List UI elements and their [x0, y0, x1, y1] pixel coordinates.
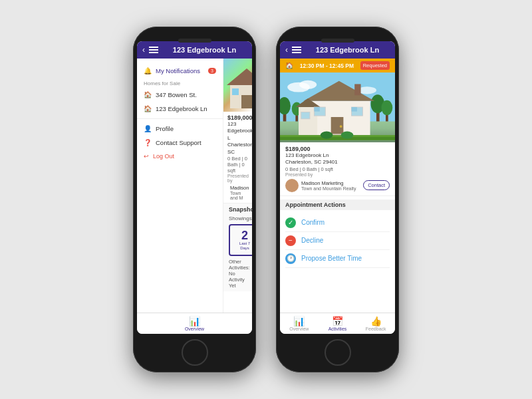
- svg-rect-2: [241, 95, 252, 108]
- showing-time: 12:30 PM - 12:45 PM: [300, 63, 354, 69]
- agent-company: Town and M: [230, 191, 249, 200]
- partial-address: 123 Edgebrook L Charleston, SC: [227, 121, 248, 156]
- sidebar-item-home1[interactable]: 🏠 347 Bowen St.: [137, 88, 223, 102]
- back-icon-2[interactable]: ‹: [285, 45, 288, 55]
- svg-rect-24: [352, 107, 357, 112]
- partial-house-image: [223, 59, 252, 112]
- phone-2-screen: ‹ 123 Edgebrook Ln 🏠 12:30 PM - 12:45 PM…: [280, 41, 395, 334]
- showing-type-icon: 🏠: [285, 62, 293, 69]
- sidebar: 🔔 My Notifications 3 Homes for Sale 🏠 34…: [137, 59, 223, 313]
- phone-1: ‹ 123 Edgebrook Ln 🔔 My Notifications 3 …: [133, 27, 256, 372]
- contact-button[interactable]: Contact: [363, 180, 390, 190]
- drawer-area: 🔔 My Notifications 3 Homes for Sale 🏠 34…: [137, 59, 252, 313]
- phone-1-bottom-nav: 📊 Overview: [137, 313, 252, 334]
- property-image: [280, 72, 395, 142]
- header-title-2: 123 Edgebrook Ln: [305, 46, 390, 54]
- svg-point-7: [299, 80, 317, 89]
- beds-info: 0 Bed | 0 Bath | 0 sqft: [285, 166, 390, 172]
- showing-banner: 🏠 12:30 PM - 12:45 PM Requested: [280, 59, 395, 72]
- partial-beds: 0 Bed | 0 Bath | 0 sqft: [227, 156, 248, 174]
- appointment-title: Appointment Actions: [280, 200, 395, 210]
- snapshot-title: Snapshot: [229, 206, 247, 213]
- bell-icon: 🔔: [144, 67, 152, 74]
- support-icon: ❓: [144, 139, 152, 146]
- confirm-label: Confirm: [301, 219, 325, 226]
- phone-2: ‹ 123 Edgebrook Ln 🏠 12:30 PM - 12:45 PM…: [276, 27, 399, 372]
- svg-point-32: [321, 132, 333, 139]
- price: $189,000: [285, 146, 390, 152]
- svg-rect-34: [354, 84, 360, 95]
- sidebar-item-support[interactable]: ❓ Contact Support: [137, 136, 223, 150]
- logout-icon: ↩: [144, 153, 149, 160]
- agent-row-2: Madison Marketing Town and Mountain Real…: [285, 179, 390, 192]
- activities-icon: 📅: [332, 316, 343, 327]
- feedback-icon: 👍: [370, 316, 382, 327]
- confirm-icon: ✓: [285, 217, 296, 228]
- menu-icon[interactable]: [149, 47, 158, 53]
- menu-icon-2[interactable]: [292, 47, 301, 53]
- agent-row: Madison Town and M: [227, 185, 248, 200]
- sidebar-item-notifications[interactable]: 🔔 My Notifications 3: [137, 64, 223, 78]
- nav-item-overview[interactable]: 📊 Overview: [137, 313, 252, 334]
- header-title: 123 Edgebrook Ln: [162, 46, 247, 54]
- nav-item-feedback[interactable]: 👍 Feedback: [356, 313, 395, 334]
- propose-label: Propose Better Time: [301, 255, 362, 262]
- overview-label: Overview: [185, 327, 204, 331]
- snapshot-section: Snapshot Showings: 2 Last 7Days Other Ac…: [223, 203, 252, 291]
- confirm-action[interactable]: ✓ Confirm: [285, 214, 390, 232]
- address: 123 Edgebrook Ln Charleston, SC 29401: [285, 152, 390, 166]
- sidebar-item-home2[interactable]: 🏠 123 Edgebrook Ln: [137, 102, 223, 116]
- home-icon-2: 🏠: [144, 105, 152, 112]
- svg-rect-29: [301, 112, 310, 119]
- sidebar-item-profile[interactable]: 👤 Profile: [137, 122, 223, 136]
- svg-rect-3: [232, 88, 239, 95]
- showings-count: 2: [241, 229, 248, 241]
- homes-section-label: Homes for Sale: [137, 78, 223, 88]
- presented-by-2: Presented by: [285, 172, 390, 177]
- overview-label-2: Overview: [289, 327, 309, 331]
- decline-label: Decline: [301, 237, 323, 244]
- agent-avatar-2: [285, 179, 299, 192]
- presented-by-label: Presented by: [227, 174, 248, 183]
- phone-2-header: ‹ 123 Edgebrook Ln: [280, 41, 395, 59]
- profile-icon: 👤: [144, 125, 152, 132]
- agent-name-2: Madison Marketing: [301, 180, 356, 186]
- activities-label: Activities: [329, 327, 347, 331]
- logout-item[interactable]: ↩ Log Out: [137, 150, 223, 163]
- svg-marker-1: [227, 68, 252, 85]
- property-info-section: $189,000 123 Edgebrook Ln Charleston, SC…: [280, 142, 395, 196]
- appointment-section: Appointment Actions ✓ Confirm − Decline …: [280, 196, 395, 313]
- sidebar-divider: [137, 118, 223, 119]
- overview-icon: 📊: [189, 316, 200, 327]
- other-activities: Other Activities: No Activity Yet: [229, 259, 247, 289]
- svg-rect-22: [314, 107, 319, 112]
- agent-company-2: Town and Mountain Realty: [301, 186, 356, 191]
- svg-point-26: [340, 125, 342, 128]
- back-icon[interactable]: ‹: [142, 45, 145, 55]
- phone-1-header: ‹ 123 Edgebrook Ln: [137, 41, 252, 59]
- nav-item-activities[interactable]: 📅 Activities: [319, 313, 357, 334]
- phone-1-screen: ‹ 123 Edgebrook Ln 🔔 My Notifications 3 …: [137, 41, 252, 334]
- showing-status-badge: Requested: [360, 61, 390, 70]
- decline-icon: −: [285, 235, 296, 246]
- svg-point-16: [381, 100, 392, 115]
- feedback-label: Feedback: [366, 327, 386, 331]
- home-icon-1: 🏠: [144, 91, 152, 98]
- showings-box: 2 Last 7Days: [229, 224, 252, 256]
- notification-badge: 3: [208, 68, 216, 74]
- propose-icon: 🕐: [285, 253, 296, 264]
- propose-action[interactable]: 🕐 Propose Better Time: [285, 250, 390, 268]
- partial-price: $189,000: [227, 114, 248, 121]
- decline-action[interactable]: − Decline: [285, 232, 390, 250]
- overview-icon-2: 📊: [293, 316, 305, 327]
- house-scene-svg: [280, 72, 395, 142]
- phone-2-bottom-nav: 📊 Overview 📅 Activities 👍 Feedback: [280, 313, 395, 334]
- svg-rect-31: [280, 137, 395, 140]
- showings-period: Last 7Days: [239, 241, 250, 251]
- nav-item-overview-2[interactable]: 📊 Overview: [280, 313, 319, 334]
- partial-property-card: $189,000 123 Edgebrook L Charleston, SC …: [223, 59, 252, 313]
- partial-property-info: $189,000 123 Edgebrook L Charleston, SC …: [223, 112, 252, 203]
- svg-point-33: [341, 132, 354, 139]
- house-svg-small: [227, 65, 252, 112]
- agent-name: Madison: [230, 185, 249, 191]
